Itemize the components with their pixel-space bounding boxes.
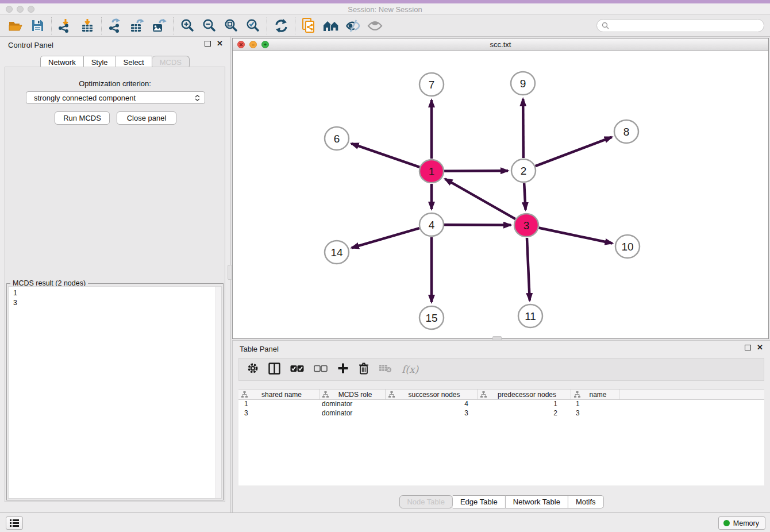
table-row[interactable]: 3dominator323 — [238, 409, 764, 418]
network-window-title: scc.txt — [233, 40, 768, 49]
clone-network-icon[interactable] — [298, 17, 320, 35]
table-panel-title: Table Panel — [240, 345, 279, 353]
graph-edge-1-6[interactable] — [352, 144, 420, 167]
table-header-row: shared nameMCDS rolesuccessor nodesprede… — [238, 389, 764, 400]
graph-node-8[interactable]: 8 — [614, 120, 638, 143]
show-all-icon[interactable] — [364, 17, 386, 35]
import-table-icon[interactable] — [76, 17, 98, 35]
deselect-all-icon[interactable] — [314, 364, 328, 375]
select-all-icon[interactable] — [290, 364, 304, 375]
column-header-name[interactable]: name — [571, 390, 619, 399]
graph-node-1[interactable]: 1 — [419, 160, 444, 183]
graph-edge-2-3[interactable] — [524, 183, 525, 210]
graph-node-7[interactable]: 7 — [419, 73, 444, 96]
table-cell[interactable]: dominator — [319, 409, 386, 418]
export-network-icon[interactable] — [105, 17, 126, 35]
close-panel-icon[interactable]: ✕ — [217, 40, 223, 47]
criterion-dropdown[interactable]: strongly connected component — [26, 91, 205, 104]
graph-node-14[interactable]: 14 — [325, 241, 349, 264]
graph-edge-3-11[interactable] — [527, 238, 530, 300]
zoom-in-icon[interactable] — [176, 17, 198, 35]
open-folder-icon[interactable] — [5, 17, 26, 35]
close-panel-button[interactable]: Close panel — [117, 111, 176, 125]
graph-edge-1-2[interactable] — [444, 171, 508, 171]
table-row[interactable]: 1dominator411 — [238, 400, 764, 409]
table-cell[interactable]: 1 — [238, 400, 319, 409]
result-scrollbar[interactable] — [215, 287, 221, 498]
table-cell[interactable]: 2 — [478, 409, 571, 418]
close-table-panel-icon[interactable]: ✕ — [757, 344, 763, 350]
zoom-selected-icon[interactable] — [242, 17, 264, 35]
table-toolbar: f(x) — [238, 358, 764, 381]
network-view-window: ✕ − + scc.txt 7968124314101511 — [232, 38, 769, 339]
memory-label: Memory — [733, 519, 759, 527]
graph-node-3[interactable]: 3 — [514, 214, 538, 237]
refresh-icon[interactable] — [270, 17, 292, 35]
graph-edge-3-10[interactable] — [539, 228, 613, 244]
tab-edge-table[interactable]: Edge Table — [453, 495, 506, 508]
zoom-fit-icon[interactable] — [220, 17, 242, 35]
graph-node-9[interactable]: 9 — [511, 72, 535, 95]
column-tree-icon — [480, 391, 487, 398]
network-canvas[interactable]: 7968124314101511 — [233, 51, 768, 338]
toolbar-separator — [173, 17, 174, 34]
svg-text:11: 11 — [525, 310, 536, 322]
graph-edge-4-14[interactable] — [352, 228, 419, 248]
graph-edge-2-9[interactable] — [523, 99, 523, 158]
table-cell[interactable]: 1 — [571, 400, 619, 409]
vertical-splitter-handle[interactable] — [228, 265, 232, 280]
table-cell[interactable]: 1 — [478, 400, 571, 409]
table-cell[interactable]: dominator — [319, 400, 386, 409]
column-tree-icon — [322, 391, 329, 398]
graph-node-4[interactable]: 4 — [419, 213, 444, 236]
export-image-icon[interactable] — [148, 17, 170, 35]
horizontal-splitter-handle[interactable] — [492, 336, 502, 341]
gear-icon[interactable] — [247, 363, 259, 376]
tab-node-table[interactable]: Node Table — [399, 495, 453, 508]
graph-node-15[interactable]: 15 — [419, 306, 444, 329]
zoom-out-icon[interactable] — [198, 17, 220, 35]
save-icon[interactable] — [26, 17, 48, 35]
graph-node-11[interactable]: 11 — [518, 304, 542, 327]
table-cell[interactable]: 3 — [386, 409, 478, 418]
run-mcds-button[interactable]: Run MCDS — [55, 111, 110, 125]
memory-button[interactable]: Memory — [718, 516, 765, 530]
graph-edge-4-3[interactable] — [444, 225, 511, 225]
network-graph[interactable]: 7968124314101511 — [233, 51, 768, 338]
mcds-result-text: 13 — [13, 288, 17, 308]
column-header-shared-name[interactable]: shared name — [238, 390, 319, 399]
column-header-predecessor-nodes[interactable]: predecessor nodes — [478, 390, 571, 399]
float-panel-icon[interactable] — [205, 41, 211, 47]
columns-icon[interactable] — [268, 363, 280, 377]
tab-motifs[interactable]: Motifs — [568, 495, 604, 508]
table-cell[interactable]: 4 — [386, 400, 478, 409]
export-table-icon[interactable] — [126, 17, 148, 35]
graph-node-10[interactable]: 10 — [615, 235, 640, 258]
graph-edge-3-1[interactable] — [445, 179, 515, 219]
add-icon[interactable] — [337, 363, 349, 376]
control-panel: Control Panel ✕ NetworkStyleSelectMCDS O… — [0, 37, 230, 512]
table-cell[interactable]: 3 — [571, 409, 619, 418]
graph-edge-2-8[interactable] — [536, 137, 612, 167]
import-network-icon[interactable] — [55, 17, 76, 35]
toolbar-separator — [295, 17, 295, 34]
tab-network-table[interactable]: Network Table — [506, 495, 568, 508]
delete-icon[interactable] — [359, 363, 369, 377]
hide-selected-icon[interactable] — [342, 17, 364, 35]
svg-text:6: 6 — [334, 133, 340, 145]
toolbar-separator — [51, 17, 52, 34]
chevron-updown-icon — [195, 95, 200, 101]
mcds-result-area[interactable]: 13 — [8, 286, 222, 499]
column-header-MCDS-role[interactable]: MCDS role — [319, 390, 386, 399]
column-header-successor-nodes[interactable]: successor nodes — [386, 390, 478, 399]
table-cell[interactable]: 3 — [238, 409, 319, 418]
search-input[interactable] — [612, 21, 764, 30]
function-builder-icon: f(x) — [402, 364, 418, 375]
first-neighbors-icon[interactable] — [320, 17, 342, 35]
task-history-button[interactable] — [6, 516, 23, 530]
graph-node-2[interactable]: 2 — [511, 159, 536, 182]
graph-node-6[interactable]: 6 — [325, 127, 349, 150]
network-window-titlebar[interactable]: ✕ − + scc.txt — [233, 38, 768, 51]
mcds-result-box: MCDS result (2 nodes) 13 — [6, 283, 224, 500]
float-table-panel-icon[interactable] — [745, 345, 751, 350]
